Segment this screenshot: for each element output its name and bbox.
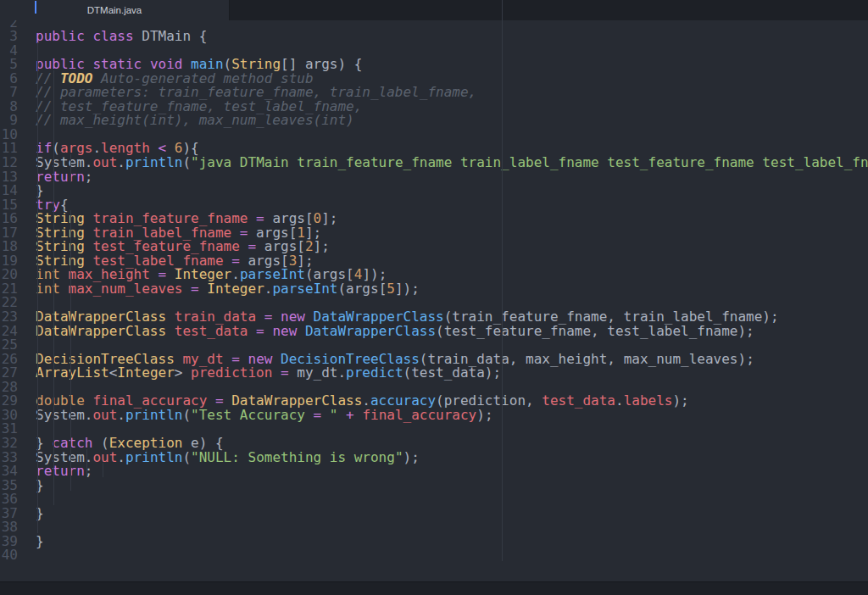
code-text <box>18 547 36 561</box>
code-line[interactable]: 8 // test_feature_fname, test_label_fnam… <box>0 98 868 113</box>
code-line[interactable]: 34 return; <box>0 463 868 477</box>
code-line[interactable]: 27 ArrayList<Integer> prediction = my_dt… <box>0 364 868 379</box>
code-line[interactable]: 6 // TODO Auto-generated method stub <box>0 70 868 85</box>
code-text: DecisionTreeClass my_dt = new DecisionTr… <box>18 351 754 365</box>
line-number: 37 <box>0 505 18 520</box>
code-line[interactable]: 16 String train_feature_fname = args[0]; <box>0 210 868 225</box>
code-line[interactable]: 9 // max_height(int), max_num_leaves(int… <box>0 112 868 126</box>
line-number: 38 <box>0 519 18 533</box>
code-line[interactable]: 29 double final_accuracy = DataWrapperCl… <box>0 392 868 407</box>
editor-window: DTMain.java 1import java.util.*;23public… <box>0 0 868 595</box>
code-text: // test_feature_fname, test_label_fname, <box>18 98 362 113</box>
code-line[interactable]: 19 String test_label_fname = args[3]; <box>0 253 868 267</box>
code-text: System.out.println("NULL: Something is w… <box>18 449 420 464</box>
line-number: 18 <box>0 238 18 253</box>
code-line[interactable]: 28 <box>0 379 868 393</box>
code-text: } <box>18 505 44 520</box>
code-line[interactable]: 3public class DTMain { <box>0 28 868 42</box>
code-line[interactable]: 25 <box>0 336 868 351</box>
line-number: 12 <box>0 154 18 169</box>
line-number: 30 <box>0 407 18 421</box>
code-line[interactable]: 24 DataWrapperClass test_data = new Data… <box>0 323 868 337</box>
code-text <box>18 491 36 505</box>
code-line[interactable]: 5 public static void main(String[] args)… <box>0 56 868 70</box>
line-number: 25 <box>0 336 18 351</box>
code-line[interactable]: 18 String test_feature_fname = args[2]; <box>0 238 868 253</box>
line-number: 16 <box>0 210 18 225</box>
code-text: return; <box>18 463 92 477</box>
code-line[interactable]: 38 <box>0 519 868 533</box>
tab-bar: DTMain.java <box>0 0 868 20</box>
line-number: 8 <box>0 98 18 113</box>
code-text: int max_num_leaves = Integer.parseInt(ar… <box>18 281 420 295</box>
code-line[interactable]: 31 <box>0 420 868 435</box>
indent-guide <box>86 449 87 477</box>
line-number: 11 <box>0 140 18 154</box>
code-line[interactable]: 30 System.out.println("Test Accuracy = "… <box>0 407 868 421</box>
code-line[interactable]: 32 } catch (Exception e) { <box>0 435 868 449</box>
code-lines: 1import java.util.*;23public class DTMai… <box>0 0 868 561</box>
code-line[interactable]: 12 System.out.println("java DTMain train… <box>0 154 868 169</box>
code-text <box>18 336 36 351</box>
line-number: 21 <box>0 281 18 295</box>
code-line[interactable]: 13 return; <box>0 169 868 183</box>
code-line[interactable]: 21 int max_num_leaves = Integer.parseInt… <box>0 281 868 295</box>
code-line[interactable]: 7 // parameters: train_feature_fname, tr… <box>0 84 868 98</box>
line-number: 7 <box>0 84 18 98</box>
indent-guide <box>70 154 71 182</box>
line-number: 36 <box>0 491 18 505</box>
code-text: try{ <box>18 197 69 211</box>
code-text <box>18 294 36 309</box>
indent-guide <box>53 70 54 505</box>
code-text: } <box>18 182 44 197</box>
code-line[interactable]: 11 if(args.length < 6){ <box>0 140 868 154</box>
tab-title: DTMain.java <box>87 5 142 15</box>
text-cursor <box>35 1 36 14</box>
code-text: public static void main(String[] args) { <box>18 56 362 70</box>
code-line[interactable]: 26 DecisionTreeClass my_dt = new Decisio… <box>0 351 868 365</box>
code-line[interactable]: 22 <box>0 294 868 309</box>
line-number: 17 <box>0 225 18 239</box>
code-text: ArrayList<Integer> prediction = my_dt.pr… <box>18 364 501 379</box>
line-number: 5 <box>0 56 18 70</box>
line-number: 3 <box>0 28 18 42</box>
code-text: } catch (Exception e) { <box>18 435 224 449</box>
code-line[interactable]: 35 } <box>0 477 868 492</box>
line-number: 23 <box>0 309 18 323</box>
code-line[interactable]: 20 int max_height = Integer.parseInt(arg… <box>0 266 868 281</box>
line-number: 24 <box>0 323 18 337</box>
indent-guide <box>70 210 71 491</box>
code-line[interactable]: 10 <box>0 126 868 141</box>
code-text: if(args.length < 6){ <box>18 140 199 154</box>
line-number: 9 <box>0 112 18 126</box>
line-number: 10 <box>0 126 18 141</box>
line-number: 20 <box>0 266 18 281</box>
code-text: } <box>18 533 44 548</box>
status-bar <box>0 581 868 595</box>
code-line[interactable]: 17 String train_label_fname = args[1]; <box>0 225 868 239</box>
code-editor[interactable]: 1import java.util.*;23public class DTMai… <box>0 0 868 561</box>
code-line[interactable]: 40 <box>0 547 868 561</box>
line-number: 29 <box>0 392 18 407</box>
line-number: 28 <box>0 379 18 393</box>
line-number: 19 <box>0 253 18 267</box>
line-number: 35 <box>0 477 18 492</box>
code-line[interactable]: 14 } <box>0 182 868 197</box>
code-line[interactable]: 39} <box>0 533 868 548</box>
code-text: String train_feature_fname = args[0]; <box>18 210 337 225</box>
code-text: int max_height = Integer.parseInt(args[4… <box>18 266 387 281</box>
code-line[interactable]: 23 DataWrapperClass train_data = new Dat… <box>0 309 868 323</box>
code-line[interactable]: 37 } <box>0 505 868 520</box>
line-number: 34 <box>0 463 18 477</box>
code-line[interactable]: 33 System.out.println("NULL: Something i… <box>0 449 868 464</box>
code-text <box>18 126 36 141</box>
line-number: 22 <box>0 294 18 309</box>
line-number: 15 <box>0 197 18 211</box>
code-line[interactable]: 15 try{ <box>0 197 868 211</box>
line-number: 27 <box>0 364 18 379</box>
code-line[interactable]: 36 <box>0 491 868 505</box>
code-line[interactable]: 4 <box>0 42 868 57</box>
code-text: // max_height(int), max_num_leaves(int) <box>18 112 354 126</box>
code-text: System.out.println("java DTMain train_fe… <box>18 154 868 169</box>
indent-guide <box>37 42 38 533</box>
